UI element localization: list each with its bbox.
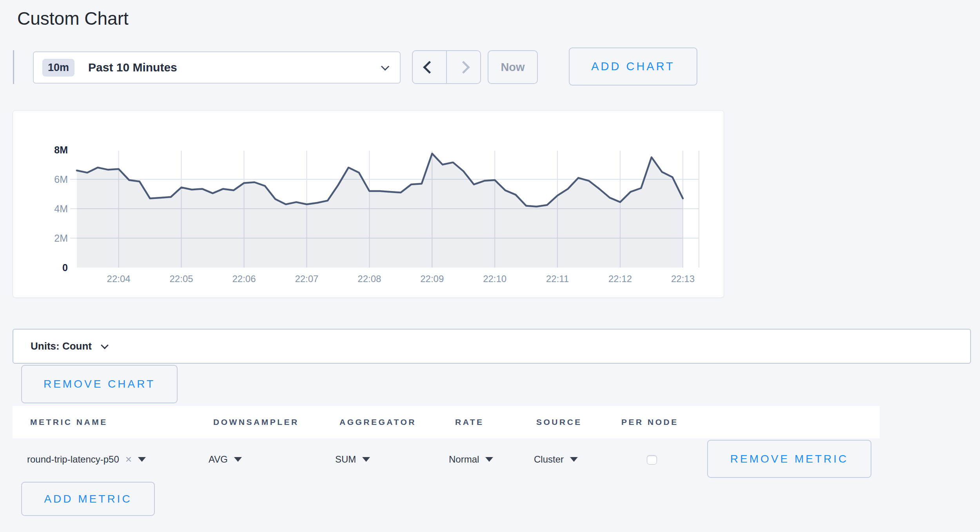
- svg-text:0: 0: [62, 262, 68, 273]
- svg-text:22:10: 22:10: [483, 273, 506, 284]
- svg-text:22:04: 22:04: [107, 273, 131, 284]
- svg-text:22:06: 22:06: [232, 273, 256, 284]
- page-title: Custom Chart: [17, 8, 129, 29]
- source-dropdown[interactable]: Cluster: [534, 454, 578, 465]
- add-chart-button[interactable]: ADD CHART: [569, 47, 697, 86]
- col-header-aggregator: AGGREGATOR: [339, 417, 416, 427]
- custom-chart-card: 02M4M6M8M22:0422:0522:0622:0722:0822:092…: [13, 110, 724, 298]
- units-label: Units: Count: [31, 340, 92, 352]
- chevron-down-icon: [101, 341, 109, 349]
- metric-row: round-trip-latency-p50 × AVG SUM Normal …: [0, 438, 980, 481]
- prev-time-button[interactable]: [413, 51, 446, 83]
- per-node-checkbox[interactable]: [647, 455, 657, 465]
- svg-text:22:05: 22:05: [170, 273, 193, 284]
- svg-text:22:12: 22:12: [608, 273, 632, 284]
- remove-chart-button[interactable]: REMOVE CHART: [21, 365, 178, 403]
- units-selector[interactable]: Units: Count: [13, 329, 971, 364]
- remove-metric-button[interactable]: REMOVE METRIC: [707, 440, 871, 478]
- now-button[interactable]: Now: [488, 50, 538, 84]
- metric-name-dropdown[interactable]: round-trip-latency-p50 ×: [27, 454, 146, 465]
- caret-down-icon: [485, 457, 493, 462]
- chevron-right-icon: [457, 61, 470, 74]
- metrics-table-header: METRIC NAME DOWNSAMPLER AGGREGATOR RATE …: [13, 406, 880, 438]
- col-header-downsampler: DOWNSAMPLER: [213, 417, 299, 427]
- next-time-button[interactable]: [446, 51, 480, 83]
- rate-value: Normal: [449, 454, 479, 465]
- aggregator-dropdown[interactable]: SUM: [335, 454, 370, 465]
- col-header-source: SOURCE: [536, 417, 582, 427]
- add-metric-button[interactable]: ADD METRIC: [21, 482, 155, 516]
- svg-text:8M: 8M: [54, 144, 68, 155]
- chevron-left-icon: [423, 61, 436, 74]
- chevron-down-icon: [381, 62, 389, 70]
- time-window-badge: 10m: [42, 59, 74, 77]
- aggregator-value: SUM: [335, 454, 356, 465]
- col-header-metric-name: METRIC NAME: [30, 417, 108, 427]
- caret-down-icon: [138, 457, 146, 462]
- downsampler-dropdown[interactable]: AVG: [209, 454, 242, 465]
- time-nav-group: [412, 50, 481, 84]
- svg-text:22:13: 22:13: [671, 273, 695, 284]
- svg-text:4M: 4M: [54, 203, 68, 214]
- svg-text:22:08: 22:08: [358, 273, 381, 284]
- timeseries-area-chart[interactable]: 02M4M6M8M22:0422:0522:0622:0722:0822:092…: [13, 111, 724, 298]
- svg-text:22:09: 22:09: [420, 273, 444, 284]
- rate-dropdown[interactable]: Normal: [449, 454, 493, 465]
- time-window-label: Past 10 Minutes: [88, 61, 177, 74]
- downsampler-value: AVG: [209, 454, 228, 465]
- col-header-per-node: PER NODE: [621, 417, 679, 427]
- svg-text:22:11: 22:11: [546, 273, 569, 284]
- svg-text:22:07: 22:07: [295, 273, 318, 284]
- caret-down-icon: [570, 457, 578, 462]
- metric-name-value: round-trip-latency-p50: [27, 454, 119, 465]
- time-range-dropdown[interactable]: 10m Past 10 Minutes: [33, 51, 401, 84]
- clear-metric-icon[interactable]: ×: [125, 454, 132, 465]
- svg-text:6M: 6M: [54, 174, 68, 185]
- custom-chart-page: Custom Chart 10m Past 10 Minutes Now ADD…: [0, 0, 980, 532]
- col-header-rate: RATE: [455, 417, 484, 427]
- time-selector-accent-divider: [13, 50, 14, 84]
- svg-text:2M: 2M: [54, 233, 68, 244]
- caret-down-icon: [234, 457, 242, 462]
- caret-down-icon: [362, 457, 370, 462]
- source-value: Cluster: [534, 454, 564, 465]
